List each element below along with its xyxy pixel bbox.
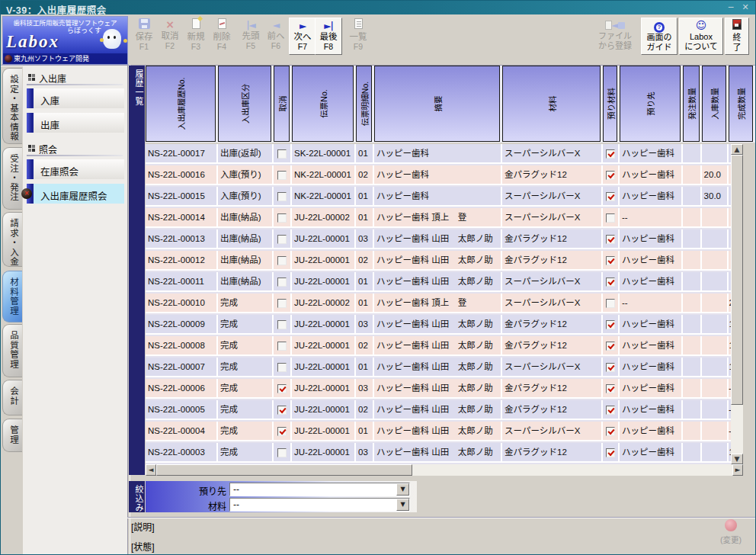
module-tab-1[interactable]: 受注・発注 [2,147,22,210]
cell-col-9 [683,400,702,420]
table-row[interactable]: NS-22L-00015入庫(預り)NK-22L-0000101ハッピー歯科スー… [146,187,731,208]
sidebar-item-入庫[interactable]: 入庫 [27,88,124,108]
cell-col-10 [702,400,729,420]
deposit-material-checkbox[interactable] [606,427,615,436]
sidebar-item-入出庫履歴照会[interactable]: ×入出庫履歴照会 [27,184,124,204]
chevron-down-icon[interactable]: ▼ [396,483,409,496]
table-row[interactable]: NS-22L-00008完成JU-22L-0000102ハッピー歯科 山田 太郎… [146,336,731,358]
deposit-material-checkbox[interactable] [606,299,615,308]
horizontal-scroll-thumb[interactable] [156,464,412,476]
toolbar-button-label: 前へ [263,31,289,41]
cancel-checkbox[interactable] [277,363,287,372]
scroll-left-icon[interactable]: ◄ [146,464,156,476]
deposit-material-checkbox[interactable] [606,235,615,244]
module-tab-3[interactable]: 材料管理 [2,271,22,322]
minimize-button[interactable]: ─ [725,2,737,13]
cell-col-6: スーパーシルバーX [502,187,603,207]
cancel-checkbox[interactable] [277,171,287,180]
cancel-checkbox[interactable] [277,192,287,201]
cancel-checkbox[interactable] [277,235,287,244]
cell-col-6: 金パラグッド12 [502,443,603,463]
deposit-material-checkbox[interactable] [606,171,615,180]
table-row[interactable]: NS-22L-00010完成JU-22L-0000201ハッピー歯科 頂上 登ス… [146,294,731,315]
horizontal-scrollbar[interactable]: ◄ ► [146,464,743,476]
tab-history-list[interactable]: 履歴一覧 [129,66,145,475]
filter-combo-0[interactable]: --▼ [229,483,410,496]
cancel-checkbox[interactable] [277,149,287,159]
cancel-checkbox[interactable] [277,448,287,457]
table-row[interactable]: NS-22L-00003完成JU-22L-0000103ハッピー歯科 山田 太郎… [146,443,731,464]
table-row[interactable]: NS-22L-00011出庫(納品)JU-22L-0000101ハッピー歯科 山… [146,272,731,294]
scroll-down-icon[interactable]: ▼ [731,454,743,464]
module-tab-0[interactable]: 設定・基本情報 [2,68,22,144]
deposit-material-checkbox[interactable] [606,406,615,415]
deposit-material-checkbox[interactable] [606,363,615,372]
cancel-cell [274,358,292,377]
cancel-checkbox[interactable] [277,406,287,415]
column-header-label: 入庫数量 [709,88,720,120]
module-tab-5[interactable]: 会計 [2,380,22,415]
cancel-checkbox[interactable] [277,256,287,265]
deposit-material-checkbox[interactable] [606,320,615,329]
deposit-material-checkbox[interactable] [606,213,615,223]
toolbar-guide-button[interactable]: ?画面のガイド [641,18,678,55]
cancel-checkbox[interactable] [277,278,287,287]
cell-col-6: スーパーシルバーX [502,422,603,441]
deposit-material-checkbox[interactable] [606,278,615,287]
cell-col-1: 入庫(預り) [218,187,274,207]
chevron-down-icon[interactable]: ▼ [396,499,409,511]
cell-col-6: 金パラグッド12 [502,400,603,420]
cell-col-9 [683,187,702,207]
vertical-scrollbar[interactable]: ▲ ▼ [731,144,743,464]
table-row[interactable]: NS-22L-00012出庫(納品)JU-22L-0000102ハッピー歯科 山… [146,251,731,272]
scroll-right-icon[interactable]: ► [732,464,743,476]
deposit-material-checkbox[interactable] [606,448,615,457]
vertical-scroll-thumb[interactable] [731,155,743,405]
cancel-checkbox[interactable] [277,342,287,351]
table-row[interactable]: NS-22L-00013出庫(納品)JU-22L-0000103ハッピー歯科 山… [146,229,731,251]
table-row[interactable]: NS-22L-00014出庫(納品)JU-22L-0000201ハッピー歯科 頂… [146,208,731,229]
deposit-material-cell [603,294,620,313]
toolbar-about-button[interactable]: ☺Laboxについて [679,18,723,55]
cell-col-9 [683,315,702,335]
cancel-checkbox[interactable] [277,427,287,436]
deposit-material-checkbox[interactable] [606,256,615,265]
deposit-material-cell [603,358,620,377]
scroll-up-icon[interactable]: ▲ [731,144,743,155]
table-row[interactable]: NS-22L-00016入庫(預り)NK-22L-0000102ハッピー歯科金パ… [146,165,731,187]
cell-col-5: ハッピー歯科 [374,165,502,185]
toolbar-next-button[interactable]: ►次へF7 [289,18,316,55]
cancel-checkbox[interactable] [277,384,287,393]
table-row[interactable]: NS-22L-00009完成JU-22L-0000103ハッピー歯科 山田 太郎… [146,315,731,336]
close-button[interactable]: ✕ [739,2,751,13]
toolbar-button-label: について [680,42,722,52]
toolbar-exit-button[interactable]: 終了 [725,18,749,55]
table-row[interactable]: NS-22L-00007完成JU-22L-0000101ハッピー歯科 山田 太郎… [146,358,731,379]
sidebar-item-出庫[interactable]: 出庫 [27,113,124,133]
filter-combo-1[interactable]: --▼ [229,498,410,512]
cell-col-3: JU-22L-00001 [292,272,356,292]
sidebar-item-在庫照会[interactable]: 在庫照会 [27,159,124,179]
section-title: 照会 [39,143,57,156]
cancel-checkbox[interactable] [277,213,287,223]
cell-col-3: JU-22L-00001 [292,358,356,377]
cell-col-9 [683,358,702,377]
item-accent-bar [27,113,34,133]
table-row[interactable]: NS-22L-00006完成JU-22L-0000103ハッピー歯科 山田 太郎… [146,379,731,400]
deposit-material-checkbox[interactable] [606,192,615,201]
deposit-material-checkbox[interactable] [606,149,615,159]
module-tab-2[interactable]: 請求・入金 [2,212,22,267]
deposit-material-checkbox[interactable] [606,342,615,351]
toolbar-last-button[interactable]: ►|最後F8 [315,18,342,55]
module-tab-6[interactable]: 管理 [2,419,22,452]
cancel-checkbox[interactable] [277,299,287,308]
deposit-material-checkbox[interactable] [606,384,615,393]
module-tab-4[interactable]: 品質管理 [2,324,22,377]
cancel-checkbox[interactable] [277,320,287,329]
deposit-material-cell [603,315,620,335]
table-row[interactable]: NS-22L-00004完成JU-22L-0000101ハッピー歯科 山田 太郎… [146,422,731,443]
table-row[interactable]: NS-22L-00005完成JU-22L-0000102ハッピー歯科 山田 太郎… [146,400,731,422]
last-icon: ►| [324,21,333,32]
table-row[interactable]: NS-22L-00017出庫(返却)SK-22L-0000101ハッピー歯科スー… [146,144,731,165]
deposit-material-cell [603,187,620,207]
